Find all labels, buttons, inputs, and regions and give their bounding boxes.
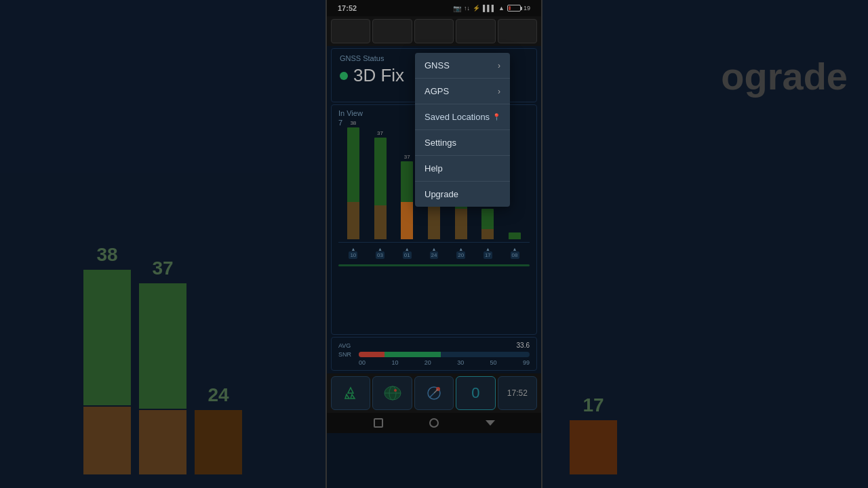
menu-settings-label: Settings: [425, 138, 456, 148]
dropdown-menu: GNSS › AGPS › Saved Locations 📍 Settings…: [415, 53, 510, 207]
background-right: ograde 17: [542, 0, 868, 488]
bg-upgrade-text: ograde: [721, 54, 848, 98]
bg-bar-group: 38: [83, 244, 131, 474]
bg-bar-group: 37: [139, 258, 186, 474]
menu-upgrade-label: Upgrade: [425, 189, 458, 199]
bg-bars-left: 38 37 24: [70, 0, 256, 488]
menu-item-upgrade[interactable]: Upgrade: [415, 182, 510, 207]
bg-bar-group: 17: [570, 394, 617, 474]
menu-agps-arrow: ›: [498, 87, 500, 96]
bg-bar-green: [139, 283, 186, 409]
background-left: 38 37 24: [0, 0, 326, 488]
menu-item-help[interactable]: Help: [415, 156, 510, 182]
bg-bar-label: 24: [208, 384, 229, 406]
bg-bar-group: 24: [195, 384, 242, 474]
screen-wrapper: 38 37 24 ograde 17: [0, 0, 868, 488]
bg-bar-brown: [83, 407, 131, 474]
menu-help-label: Help: [425, 163, 443, 174]
menu-item-saved-locations[interactable]: Saved Locations 📍: [415, 104, 510, 130]
menu-saved-label: Saved Locations: [425, 112, 490, 122]
menu-item-gnss[interactable]: GNSS ›: [415, 53, 510, 79]
phone-frame: 17:52 📷 ↑↓ ⚡ ▌▌▌ ▲ 19 GN: [326, 0, 542, 488]
bg-bar-brown-tall: [195, 410, 242, 474]
bg-bar-brown: [139, 410, 186, 474]
bg-bar-label: 17: [583, 394, 604, 416]
menu-item-settings[interactable]: Settings: [415, 130, 510, 156]
bg-bar-green: [83, 270, 131, 405]
menu-agps-label: AGPS: [425, 86, 449, 96]
bg-bar-label: 37: [152, 258, 173, 279]
bg-bar-label: 38: [96, 244, 117, 266]
menu-gnss-label: GNSS: [425, 60, 450, 70]
menu-item-agps[interactable]: AGPS ›: [415, 79, 510, 104]
menu-gnss-arrow: ›: [498, 61, 500, 70]
menu-saved-icon: 📍: [492, 113, 500, 121]
bg-bar-orange: [570, 420, 617, 474]
